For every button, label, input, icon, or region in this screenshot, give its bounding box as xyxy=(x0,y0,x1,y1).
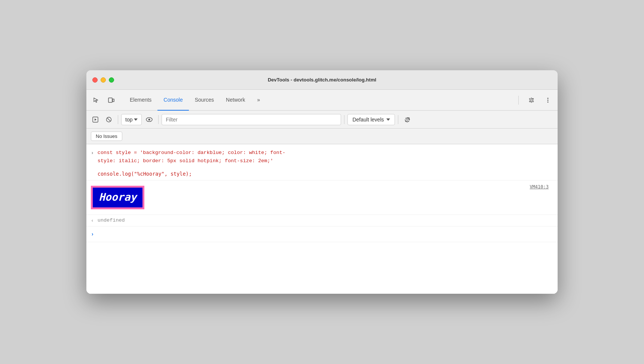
hooray-entry: Hooray VM410:3 xyxy=(86,181,558,215)
vm-link[interactable]: VM410:3 xyxy=(530,183,549,191)
tab-elements[interactable]: Elements xyxy=(124,90,157,111)
tab-more[interactable]: » xyxy=(251,90,266,111)
code-line-1: const style = 'background-color: darkblu… xyxy=(98,149,553,157)
maximize-button[interactable] xyxy=(109,77,114,83)
undefined-value: undefined xyxy=(98,216,125,225)
close-button[interactable] xyxy=(92,77,98,83)
input-arrow-icon: › xyxy=(91,149,94,157)
code-line-2: style: italic; border: 5px solid hotpink… xyxy=(98,157,553,165)
issues-bar: No Issues xyxy=(86,129,558,144)
prompt-icon: › xyxy=(91,230,94,238)
prompt-cursor[interactable] xyxy=(98,229,553,237)
tab-bar: Elements Console Sources Network » xyxy=(86,90,558,111)
kebab-menu-icon[interactable] xyxy=(541,93,555,107)
prompt-entry: › xyxy=(86,226,558,242)
no-issues-button[interactable]: No Issues xyxy=(91,132,122,141)
filter-input[interactable] xyxy=(162,114,341,125)
console-toolbar: top Default levels xyxy=(86,111,558,129)
console-settings-icon[interactable] xyxy=(401,114,413,126)
svg-rect-0 xyxy=(108,98,112,102)
inspect-element-icon[interactable] xyxy=(89,93,103,107)
tab-network[interactable]: Network xyxy=(220,90,251,111)
toolbar-divider-4 xyxy=(398,115,398,124)
log-level-selector[interactable]: Default levels xyxy=(347,114,395,125)
devtools-window: DevTools - devtools.glitch.me/console/lo… xyxy=(86,70,558,294)
tab-sources[interactable]: Sources xyxy=(189,90,220,111)
window-title: DevTools - devtools.glitch.me/console/lo… xyxy=(268,77,376,83)
run-script-button[interactable] xyxy=(89,114,101,126)
titlebar: DevTools - devtools.glitch.me/console/lo… xyxy=(86,70,558,90)
traffic-lights xyxy=(92,77,114,83)
svg-rect-1 xyxy=(113,99,114,102)
output-arrow-icon: ‹ xyxy=(91,217,94,225)
svg-point-3 xyxy=(548,99,549,101)
svg-point-2 xyxy=(548,98,549,99)
toolbar-divider-2 xyxy=(158,115,159,124)
tab-console[interactable]: Console xyxy=(157,90,188,111)
context-selector[interactable]: top xyxy=(121,114,142,125)
tabbar-divider xyxy=(518,96,519,105)
code-content: const style = 'background-color: darkblu… xyxy=(98,149,553,179)
code-entry: › const style = 'background-color: darkb… xyxy=(86,147,558,181)
device-toggle-icon[interactable] xyxy=(104,93,118,107)
toolbar-divider-1 xyxy=(118,115,118,124)
devtools-panel: Elements Console Sources Network » xyxy=(86,90,558,294)
console-output: › const style = 'background-color: darkb… xyxy=(86,144,558,294)
svg-line-8 xyxy=(107,118,111,121)
hooray-content: Hooray xyxy=(91,183,553,212)
toolbar-divider-3 xyxy=(344,115,344,124)
eye-icon-button[interactable] xyxy=(143,114,155,126)
tabbar-right-icons xyxy=(515,90,555,110)
clear-console-button[interactable] xyxy=(103,114,115,126)
svg-marker-6 xyxy=(95,118,96,121)
tabbar-icons xyxy=(89,90,118,110)
svg-point-4 xyxy=(548,101,549,102)
code-line-3-wrapper: console.log("%cHooray", style); xyxy=(98,170,553,179)
settings-icon[interactable] xyxy=(525,93,538,107)
undefined-entry: ‹ undefined xyxy=(86,215,558,227)
svg-point-10 xyxy=(148,118,150,120)
minimize-button[interactable] xyxy=(101,77,106,83)
hooray-styled-output: Hooray xyxy=(91,186,144,209)
